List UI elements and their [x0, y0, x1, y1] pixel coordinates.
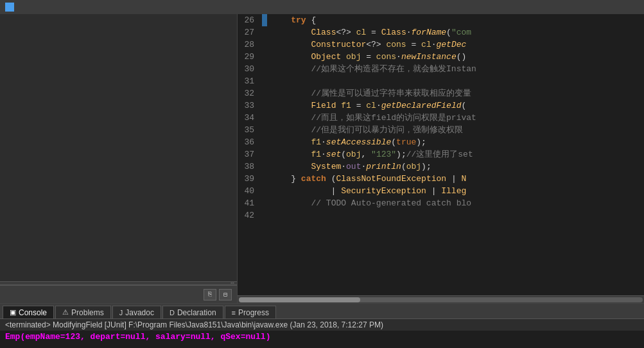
table-row: 30 //如果这个构造器不存在，就会触发Instan	[238, 63, 644, 75]
line-gutter	[262, 136, 267, 148]
table-row: 41 // TODO Auto-generated catch blo	[238, 197, 644, 209]
main-area: ⋯ ⎘ ⊟ 26 try {27 Class<?> cl = Class·for…	[0, 14, 644, 303]
table-row: 40 | SecurityException | Illeg	[238, 185, 644, 197]
code-content: Field f1 = cl·getDeclaredField(	[271, 100, 466, 112]
console-header: <terminated> ModifyingField [JUnit] F:\P…	[0, 319, 644, 331]
line-number: 37	[238, 148, 262, 161]
code-content: | SecurityException | Illeg	[271, 185, 466, 197]
console-output: Emp(empName=123, depart=null, salary=nul…	[0, 331, 644, 343]
filter-icon[interactable]: ⊟	[219, 289, 232, 300]
line-gutter	[262, 161, 267, 173]
code-content: Class<?> cl = Class·forName("com	[271, 26, 471, 39]
line-number: 33	[238, 100, 262, 112]
left-panel-footer: ⎘ ⊟	[0, 285, 237, 303]
code-content: // TODO Auto-generated catch blo	[271, 197, 471, 209]
console-tab-label: Console	[19, 308, 47, 317]
line-gutter	[262, 173, 267, 185]
table-row: 33 Field f1 = cl·getDeclaredField(	[238, 100, 644, 112]
scrollbar-track[interactable]	[239, 297, 643, 302]
code-lines: 26 try {27 Class<?> cl = Class·forName("…	[238, 14, 644, 295]
progress-tab-icon: ≡	[232, 309, 236, 317]
problems-tab-label: Problems	[71, 308, 104, 317]
line-number: 32	[238, 87, 262, 100]
line-number: 42	[238, 209, 262, 222]
line-number: 35	[238, 124, 262, 136]
console-output-text: Emp(empName=123, depart=null, salary=nul…	[5, 332, 270, 342]
code-panel: 26 try {27 Class<?> cl = Class·forName("…	[238, 14, 644, 303]
table-row: 32 //属性是可以通过字符串来获取相应的变量	[238, 87, 644, 100]
line-gutter	[262, 75, 267, 87]
junit-icon	[5, 3, 14, 12]
tab-progress[interactable]: ≡Progress	[225, 306, 276, 318]
line-gutter	[262, 51, 267, 63]
footer-icons: ⎘ ⊟	[204, 289, 232, 300]
table-row: 34 //而且，如果这field的访问权限是privat	[238, 112, 644, 124]
table-row: 31	[238, 75, 644, 87]
line-number: 29	[238, 51, 262, 63]
declaration-tab-icon: D	[170, 309, 175, 317]
table-row: 35 //但是我们可以暴力访问，强制修改权限	[238, 124, 644, 136]
table-row: 37 f1·set(obj, "123");//这里使用了set	[238, 148, 644, 161]
line-gutter	[262, 148, 267, 161]
code-content: } catch (ClassNotFoundException | N	[271, 173, 466, 185]
code-content: Object obj = cons·newInstance()	[271, 51, 466, 63]
line-number: 28	[238, 39, 262, 51]
line-number: 40	[238, 185, 262, 197]
code-content: //如果这个构造器不存在，就会触发Instan	[271, 63, 476, 75]
javadoc-tab-label: Javadoc	[125, 308, 154, 317]
failure-trace-content	[0, 14, 237, 281]
table-row: 28 Constructor<?> cons = cl·getDec	[238, 39, 644, 51]
line-number: 36	[238, 136, 262, 148]
code-content: f1·setAccessible(true);	[271, 136, 426, 148]
console-tab-icon: ▣	[10, 308, 16, 317]
javadoc-tab-icon: J	[119, 309, 123, 317]
line-number: 38	[238, 161, 262, 173]
line-number: 27	[238, 26, 262, 39]
line-gutter	[262, 14, 267, 26]
line-number: 34	[238, 112, 262, 124]
line-number: 30	[238, 63, 262, 75]
line-gutter	[262, 100, 267, 112]
title-bar	[0, 0, 644, 14]
declaration-tab-label: Declaration	[177, 308, 216, 317]
bottom-panel: ▣Console⚠ProblemsJJavadocDDeclaration≡Pr…	[0, 303, 644, 348]
table-row: 36 f1·setAccessible(true);	[238, 136, 644, 148]
line-gutter	[262, 39, 267, 51]
code-content: Constructor<?> cons = cl·getDec	[271, 39, 466, 51]
line-number: 31	[238, 75, 262, 87]
horizontal-scrollbar[interactable]	[238, 295, 644, 303]
tab-problems[interactable]: ⚠Problems	[55, 306, 111, 318]
table-row: 29 Object obj = cons·newInstance()	[238, 51, 644, 63]
line-gutter	[262, 26, 267, 39]
code-content: f1·set(obj, "123");//这里使用了set	[271, 148, 473, 161]
console-tabs: ▣Console⚠ProblemsJJavadocDDeclaration≡Pr…	[0, 304, 644, 319]
line-number: 39	[238, 173, 262, 185]
table-row: 39 } catch (ClassNotFoundException | N	[238, 173, 644, 185]
code-content: //属性是可以通过字符串来获取相应的变量	[271, 87, 471, 100]
tab-declaration[interactable]: DDeclaration	[162, 306, 223, 318]
problems-tab-icon: ⚠	[62, 308, 69, 317]
table-row: 26 try {	[238, 14, 644, 26]
line-number: 26	[238, 14, 262, 26]
code-content: //而且，如果这field的访问权限是privat	[271, 112, 476, 124]
left-panel: ⋯ ⎘ ⊟	[0, 14, 238, 303]
table-row: 42	[238, 209, 644, 222]
line-gutter	[262, 87, 267, 100]
code-content: //但是我们可以暴力访问，强制修改权限	[271, 124, 463, 136]
code-content: try {	[271, 14, 316, 26]
scrollbar-thumb[interactable]	[239, 297, 360, 302]
code-content: System·out·println(obj);	[271, 161, 431, 173]
tab-console[interactable]: ▣Console	[3, 306, 54, 318]
line-gutter	[262, 112, 267, 124]
tab-javadoc[interactable]: JJavadoc	[112, 306, 161, 318]
code-area: 26 try {27 Class<?> cl = Class·forName("…	[238, 14, 644, 295]
line-gutter	[262, 124, 267, 136]
table-row: 38 System·out·println(obj);	[238, 161, 644, 173]
line-gutter	[262, 63, 267, 75]
copy-icon[interactable]: ⎘	[204, 289, 216, 300]
line-number: 41	[238, 197, 262, 209]
table-row: 27 Class<?> cl = Class·forName("com	[238, 26, 644, 39]
line-gutter	[262, 185, 267, 197]
line-gutter	[262, 197, 267, 209]
progress-tab-label: Progress	[238, 308, 269, 317]
